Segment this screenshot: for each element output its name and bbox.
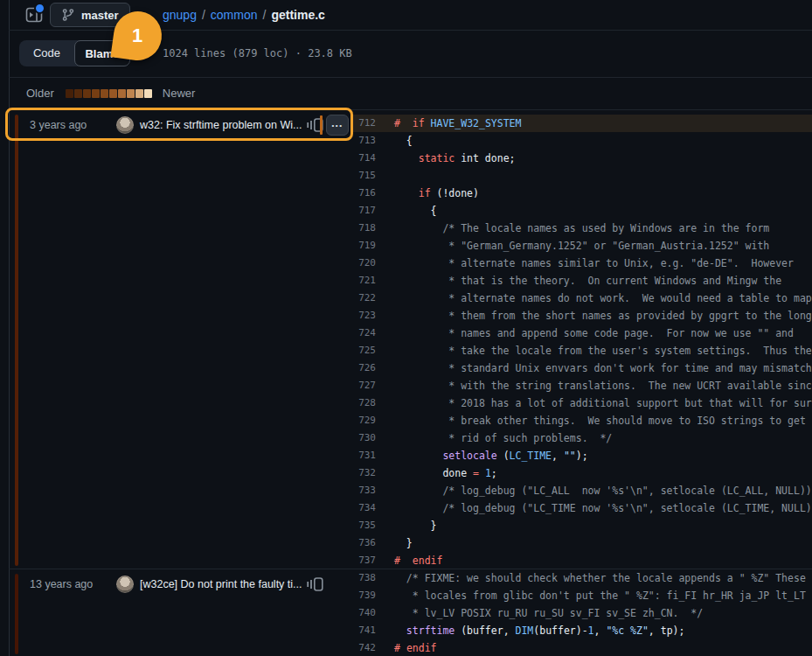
code-line: 731 setlocale (LC_TIME, ""); xyxy=(352,447,812,464)
code-text: } xyxy=(376,534,413,552)
code-text xyxy=(376,167,394,185)
line-number[interactable]: 714 xyxy=(352,150,376,167)
legend-heat-scale xyxy=(66,89,152,98)
heat-swatch xyxy=(118,89,126,98)
code-text: setlocale (LC_TIME, ""); xyxy=(376,447,588,464)
line-number[interactable]: 730 xyxy=(352,429,376,447)
versions-icon[interactable] xyxy=(307,577,323,591)
code-line: 712# if HAVE_W32_SYSTEM xyxy=(352,115,812,132)
tab-code[interactable]: Code xyxy=(19,40,74,66)
blame-range-heat-bar xyxy=(320,115,323,135)
line-number[interactable]: 738 xyxy=(352,569,376,587)
breadcrumb-repo-link[interactable]: gnupg xyxy=(163,8,197,22)
code-line: 721 * that is the theory. On current Win… xyxy=(352,272,812,290)
line-number[interactable]: 742 xyxy=(352,639,376,656)
line-number[interactable]: 729 xyxy=(352,412,376,429)
hunk-divider xyxy=(9,569,812,569)
code-line: 727 * with the string translations. The … xyxy=(352,377,812,394)
line-number[interactable]: 731 xyxy=(352,447,376,464)
code-text: * break other things. We should move to … xyxy=(376,412,806,429)
breadcrumb-separator: / xyxy=(202,8,205,22)
code-line: 730 * rid of such problems. */ xyxy=(352,429,812,447)
file-meta-info: 1024 lines (879 loc) · 23.8 KB xyxy=(163,30,352,77)
code-line: 726 * standard Unix envvars don't work f… xyxy=(352,359,812,377)
line-number[interactable]: 737 xyxy=(352,552,376,569)
code-line: 740 * lv_LV POSIX ru_RU ru_SU sv_FI sv_S… xyxy=(352,604,812,622)
code-line: 720 * alternate names similar to Unix, e… xyxy=(352,255,812,272)
code-line: 724 * names and append some code page. F… xyxy=(352,325,812,342)
hunk-age-bar xyxy=(15,115,18,566)
heat-swatch xyxy=(66,89,73,98)
code-text: * "German_Germany.1252" or "German_Austr… xyxy=(376,237,769,255)
code-text: /* log_debug ("LC_TIME now '%s'\n", setl… xyxy=(376,499,812,517)
heat-swatch xyxy=(144,89,152,98)
commit-message-link[interactable]: [w32ce] Do not print the faulty ti... xyxy=(140,578,302,590)
code-text: * take the locale from the user's system… xyxy=(376,342,812,359)
blame-gutter: 3 years ago w32: Fix strftime problem on… xyxy=(9,109,352,656)
heat-swatch xyxy=(74,89,82,98)
line-number[interactable]: 724 xyxy=(352,325,376,342)
code-text: /* log_debug ("LC_ALL now '%s'\n", setlo… xyxy=(376,482,812,499)
code-text: * alternate names similar to Unix, e.g. … xyxy=(376,255,794,272)
line-number[interactable]: 716 xyxy=(352,185,376,202)
code-text: strftime (buffer, DIM(buffer)-1, "%c %Z"… xyxy=(376,622,684,639)
line-number[interactable]: 733 xyxy=(352,482,376,499)
code-text: * locales from glibc don't put the " %Z"… xyxy=(376,587,806,604)
heat-swatch xyxy=(109,89,117,98)
commit-message-link[interactable]: w32: Fix strftime problem on Wi... xyxy=(140,119,302,131)
code-text: * alternate names do not work. We would … xyxy=(376,290,812,307)
line-number[interactable]: 715 xyxy=(352,167,376,185)
line-number[interactable]: 736 xyxy=(352,534,376,552)
heat-swatch xyxy=(83,89,91,98)
blame-hunk: 13 years ago [w32ce] Do not print the fa… xyxy=(9,569,352,656)
more-options-button[interactable]: ••• xyxy=(326,115,349,136)
line-number[interactable]: 721 xyxy=(352,272,376,290)
avatar[interactable] xyxy=(116,576,134,593)
file-tree-toggle-button[interactable] xyxy=(25,6,43,24)
code-line: 718 /* The locale names as used by Windo… xyxy=(352,220,812,237)
code-line: 735 } xyxy=(352,517,812,534)
line-number[interactable]: 732 xyxy=(352,464,376,482)
code-line: 715 xyxy=(352,167,812,185)
breadcrumb-current-file: gettime.c xyxy=(271,8,324,22)
line-number[interactable]: 739 xyxy=(352,587,376,604)
heat-swatch xyxy=(127,89,135,98)
github-blame-view: master gnupg / common / gettime.c Code B… xyxy=(0,0,812,656)
code-text: # if HAVE_W32_SYSTEM xyxy=(376,115,521,132)
line-number[interactable]: 728 xyxy=(352,394,376,412)
line-number[interactable]: 727 xyxy=(352,377,376,394)
code-text: * standard Unix envvars don't work for t… xyxy=(376,359,812,377)
code-line: 723 * them from the short names as provi… xyxy=(352,307,812,325)
blame-heat-legend: Older Newer xyxy=(9,77,812,110)
line-number[interactable]: 719 xyxy=(352,237,376,255)
line-number[interactable]: 741 xyxy=(352,622,376,639)
line-number[interactable]: 720 xyxy=(352,255,376,272)
code-line: 736 } xyxy=(352,534,812,552)
line-number[interactable]: 726 xyxy=(352,359,376,377)
line-number[interactable]: 717 xyxy=(352,202,376,220)
breadcrumb: gnupg / common / gettime.c xyxy=(163,0,325,30)
code-line: 737# endif xyxy=(352,552,812,569)
code-text: { xyxy=(376,202,436,220)
line-number[interactable]: 713 xyxy=(352,132,376,150)
code-text: * that is the theory. On current Windows… xyxy=(376,272,781,290)
line-number[interactable]: 722 xyxy=(352,290,376,307)
breadcrumb-folder-link[interactable]: common xyxy=(211,8,258,22)
line-number[interactable]: 740 xyxy=(352,604,376,622)
code-line: 714 static int done; xyxy=(352,150,812,167)
code-line: 728 * 2018 has a lot of additional suppo… xyxy=(352,394,812,412)
code-line: 733 /* log_debug ("LC_ALL now '%s'\n", s… xyxy=(352,482,812,499)
code-text: # endif xyxy=(376,552,442,569)
line-number[interactable]: 734 xyxy=(352,499,376,517)
avatar[interactable] xyxy=(116,116,134,134)
code-text: * 2018 has a lot of additional support b… xyxy=(376,394,812,412)
line-number[interactable]: 723 xyxy=(352,307,376,325)
line-number[interactable]: 735 xyxy=(352,517,376,534)
commit-age: 13 years ago xyxy=(30,578,93,590)
blame-main-area: 3 years ago w32: Fix strftime problem on… xyxy=(9,109,812,656)
line-number[interactable]: 712 xyxy=(352,115,376,132)
code-text: * lv_LV POSIX ru_RU ru_SU sv_FI sv_SE zh… xyxy=(376,604,703,622)
line-number[interactable]: 718 xyxy=(352,220,376,237)
line-number[interactable]: 725 xyxy=(352,342,376,359)
branch-name: master xyxy=(81,9,119,22)
